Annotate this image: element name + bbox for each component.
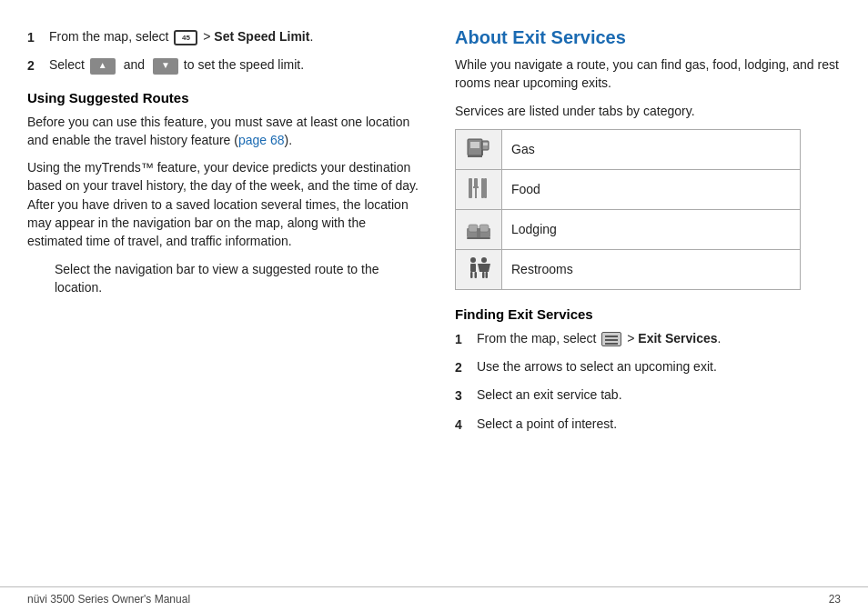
lodging-icon-cell <box>456 209 502 249</box>
svg-rect-6 <box>469 178 472 198</box>
footer-left: nüvi 3500 Series Owner's Manual <box>27 593 190 606</box>
menu-icon <box>601 332 621 346</box>
about-heading: About Exit Services <box>455 27 841 48</box>
finding-step-2: 2 Use the arrows to select an upcoming e… <box>455 357 841 376</box>
svg-rect-13 <box>469 225 478 232</box>
para1-end: ). <box>285 133 293 147</box>
step-1-text-pre: From the map, select <box>49 29 169 44</box>
svg-point-17 <box>470 257 476 263</box>
svg-rect-10 <box>481 178 484 198</box>
para1-text: Before you can use this feature, you mus… <box>27 115 409 147</box>
down-arrow-btn: ▼ <box>153 58 178 75</box>
svg-rect-18 <box>470 264 476 272</box>
step-1: 1 From the map, select 45 > Set Speed Li… <box>27 27 419 46</box>
finding-step-1-content: From the map, select > Exit Services. <box>477 329 841 348</box>
svg-rect-5 <box>468 155 482 157</box>
suggested-routes-para1: Before you can use this feature, you mus… <box>27 113 419 150</box>
finding-step-4-num: 4 <box>455 415 471 434</box>
finding-step-1-num: 1 <box>455 329 471 348</box>
food-label: Food <box>502 169 801 209</box>
svg-marker-22 <box>478 264 490 272</box>
finding-step-4: 4 Select a point of interest. <box>455 415 841 434</box>
finding-step-1: 1 From the map, select > Exit Services. <box>455 329 841 348</box>
svg-rect-20 <box>475 272 478 278</box>
up-arrow-btn: ▲ <box>90 58 116 75</box>
finding-step-3-content: Select an exit service tab. <box>477 386 841 405</box>
step-2-content: Select ▲ and ▼ to set the speed limit. <box>49 55 419 75</box>
finding-heading: Finding Exit Services <box>455 306 841 322</box>
step-2-number: 2 <box>27 55 44 75</box>
suggested-routes-heading: Using Suggested Routes <box>27 90 419 105</box>
food-icon <box>465 175 492 201</box>
table-row: Lodging <box>456 209 801 249</box>
svg-rect-16 <box>477 228 480 237</box>
gas-label: Gas <box>502 129 801 169</box>
about-para1: While you navigate a route, you can find… <box>455 55 841 93</box>
step-2: 2 Select ▲ and ▼ to set the speed limit. <box>27 55 419 75</box>
finding-step-1-period: . <box>718 331 722 346</box>
svg-rect-19 <box>470 272 473 278</box>
suggested-routes-para2: Using the myTrends™ feature, your device… <box>27 158 419 250</box>
step-2-and: and <box>124 57 145 72</box>
lodging-label: Lodging <box>502 209 801 249</box>
gas-icon-cell <box>456 129 502 169</box>
step-1-bold: Set Speed Limit <box>214 29 309 44</box>
step-2-text-post: to set the speed limit. <box>184 57 304 72</box>
restrooms-label: Restrooms <box>502 249 801 289</box>
food-icon-cell <box>456 169 502 209</box>
step-1-number: 1 <box>27 27 44 46</box>
svg-rect-14 <box>479 225 489 232</box>
left-column: 1 From the map, select 45 > Set Speed Li… <box>27 27 446 593</box>
step-1-text-mid: > <box>203 29 214 44</box>
restrooms-icon-cell <box>456 249 502 289</box>
step-1-content: From the map, select 45 > Set Speed Limi… <box>49 27 419 46</box>
table-row: Restrooms <box>456 249 801 289</box>
about-para2: Services are listed under tabs by catego… <box>455 102 841 120</box>
right-column: About Exit Services While you navigate a… <box>446 27 841 593</box>
svg-rect-3 <box>483 143 488 145</box>
finding-step-1-sep: > <box>627 331 638 346</box>
footer-right: 23 <box>829 593 841 606</box>
suggested-routes-para3: Select the navigation bar to view a sugg… <box>55 260 419 297</box>
svg-rect-1 <box>470 142 479 148</box>
lodging-icon <box>465 215 492 241</box>
table-row: Food <box>456 169 801 209</box>
footer: nüvi 3500 Series Owner's Manual 23 <box>0 586 868 611</box>
services-table: Gas Food <box>455 129 801 290</box>
svg-rect-15 <box>467 237 490 239</box>
finding-step-2-num: 2 <box>455 357 471 376</box>
svg-point-21 <box>481 257 487 263</box>
finding-step-4-content: Select a point of interest. <box>477 415 841 434</box>
speed-limit-icon: 45 <box>174 30 197 46</box>
svg-rect-11 <box>484 178 487 198</box>
svg-rect-23 <box>482 272 485 278</box>
finding-step-2-content: Use the arrows to select an upcoming exi… <box>477 357 841 376</box>
page-68-link[interactable]: page 68 <box>238 133 285 147</box>
finding-step-3-num: 3 <box>455 386 471 405</box>
step-1-period: . <box>309 29 313 44</box>
gas-icon <box>465 135 492 161</box>
finding-step-3: 3 Select an exit service tab. <box>455 386 841 405</box>
finding-step-1-bold: Exit Services <box>638 331 717 346</box>
svg-rect-8 <box>473 186 479 188</box>
step-2-text-pre: Select <box>49 57 85 72</box>
svg-rect-7 <box>474 178 478 187</box>
table-row: Gas <box>456 129 801 169</box>
finding-step-1-pre: From the map, select <box>477 331 597 346</box>
restrooms-icon <box>465 255 492 281</box>
svg-rect-9 <box>475 188 477 198</box>
svg-rect-24 <box>486 272 489 278</box>
